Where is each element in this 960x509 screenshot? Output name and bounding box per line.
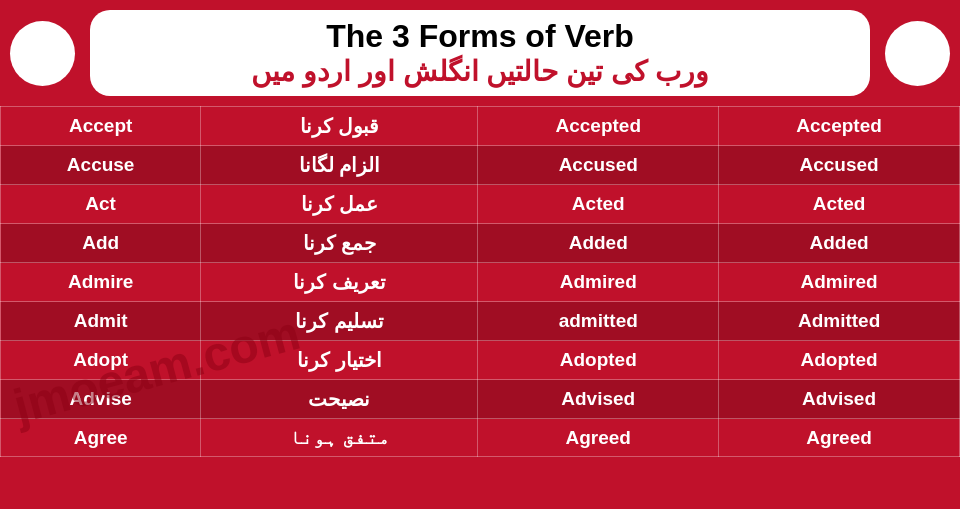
verb-past: Acted [478,185,719,224]
verb-urdu: تسلیم کرنا [201,302,478,341]
verb-past-participle: Admired [719,263,960,302]
table-row: Adoptاختیار کرناAdoptedAdopted [1,341,960,380]
verb-past: Accused [478,146,719,185]
title-urdu: ورب کی تین حالتیں انگلش اور اردو میں [130,55,830,88]
table-row: Addجمع کرناAddedAdded [1,224,960,263]
verb-past: Added [478,224,719,263]
table-row: Acceptقبول کرناAcceptedAccepted [1,107,960,146]
verb-past-participle: Acted [719,185,960,224]
verb-past: Adopted [478,341,719,380]
verb-urdu: متفق ہونا [201,419,478,457]
page-header: The 3 Forms of Verb ورب کی تین حالتیں ان… [0,0,960,106]
verb-past: Admired [478,263,719,302]
table-row: Accuseالزام لگاناAccusedAccused [1,146,960,185]
verb-base: Admit [1,302,201,341]
verb-forms-table: Acceptقبول کرناAcceptedAcceptedAccuseالز… [0,106,960,457]
verb-urdu: تعریف کرنا [201,263,478,302]
verb-past-participle: Added [719,224,960,263]
table-row: Admireتعریف کرناAdmiredAdmired [1,263,960,302]
verb-past: Agreed [478,419,719,457]
table-container: jmoeam.com Acceptقبول کرناAcceptedAccept… [0,106,960,457]
verb-past-participle: Adopted [719,341,960,380]
verb-past-participle: Advised [719,380,960,419]
verb-past-participle: Accused [719,146,960,185]
circle-right-decoration [885,21,950,86]
verb-urdu: عمل کرنا [201,185,478,224]
verb-past: admitted [478,302,719,341]
verb-past-participle: Admitted [719,302,960,341]
title-english: The 3 Forms of Verb [130,18,830,55]
verb-past-participle: Accepted [719,107,960,146]
table-row: Agreeمتفق ہوناAgreedAgreed [1,419,960,457]
verb-past-participle: Agreed [719,419,960,457]
verb-urdu: قبول کرنا [201,107,478,146]
verb-base: Advise [1,380,201,419]
verb-urdu: نصیحت [201,380,478,419]
verb-base: Agree [1,419,201,457]
verb-urdu: اختیار کرنا [201,341,478,380]
verb-base: Accuse [1,146,201,185]
verb-base: Accept [1,107,201,146]
verb-base: Act [1,185,201,224]
verb-urdu: جمع کرنا [201,224,478,263]
table-row: AdviseنصیحتAdvisedAdvised [1,380,960,419]
verb-past: Advised [478,380,719,419]
verb-base: Admire [1,263,201,302]
circle-left-decoration [10,21,75,86]
verb-past: Accepted [478,107,719,146]
title-box: The 3 Forms of Verb ورب کی تین حالتیں ان… [90,10,870,96]
verb-urdu: الزام لگانا [201,146,478,185]
table-row: Admitتسلیم کرناadmittedAdmitted [1,302,960,341]
table-row: Actعمل کرناActedActed [1,185,960,224]
verb-base: Adopt [1,341,201,380]
verb-base: Add [1,224,201,263]
